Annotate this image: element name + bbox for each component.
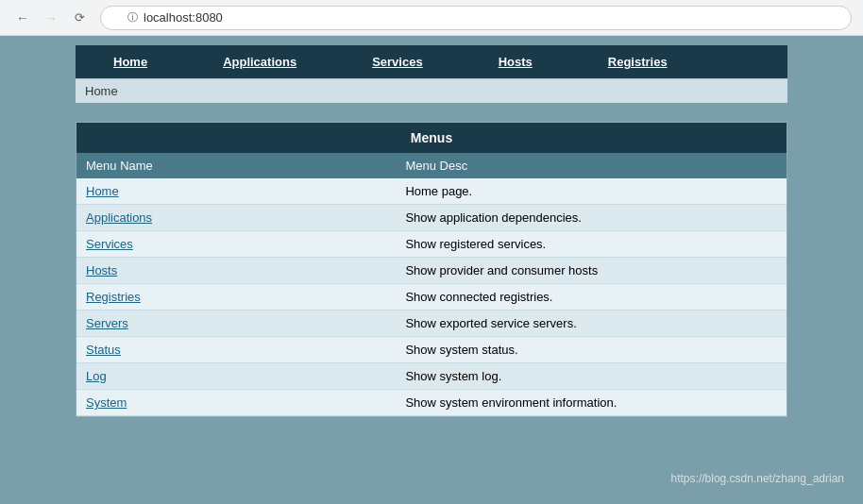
menu-link-registries[interactable]: Registries [86,290,141,304]
browser-chrome: ← → ⟳ ⓘ localhost:8080 [0,0,863,36]
menu-link-servers[interactable]: Servers [86,316,128,330]
menu-desc: Show connected registries. [396,284,787,311]
menu-link-status[interactable]: Status [86,343,121,357]
page-content: HomeApplicationsServicesHostsRegistries … [0,36,863,427]
table-row: ApplicationsShow application dependencie… [76,205,787,231]
back-button[interactable]: ← [11,7,34,29]
address-bar[interactable]: ⓘ localhost:8080 [100,6,852,30]
menu-desc: Show provider and consumer hosts [396,258,787,284]
info-icon: ⓘ [127,10,138,25]
table-row: HostsShow provider and consumer hosts [76,258,787,284]
menu-link-hosts[interactable]: Hosts [86,263,117,277]
forward-button[interactable]: → [40,7,62,29]
table-row: RegistriesShow connected registries. [76,284,787,311]
nav-item-registries[interactable]: Registries [570,45,705,78]
menu-desc: Show system status. [396,337,787,363]
table-row: ServersShow exported service servers. [76,311,787,337]
refresh-button[interactable]: ⟳ [68,7,91,29]
table-row: LogShow system log. [76,363,787,390]
menu-table-container: Menus Menu Name Menu Desc HomeHome page.… [76,122,787,417]
menu-desc: Show application dependencies. [396,205,787,231]
menu-desc: Home page. [396,178,787,205]
menu-link-system[interactable]: System [86,395,127,410]
col-header-name: Menu Name [76,153,396,178]
menu-link-applications[interactable]: Applications [86,210,152,225]
nav-item-services[interactable]: Services [334,45,461,78]
menu-table: Menu Name Menu Desc HomeHome page.Applic… [76,153,787,416]
menu-link-log[interactable]: Log [86,369,107,383]
table-row: ServicesShow registered services. [76,231,787,258]
table-row: SystemShow system environment informatio… [76,390,787,416]
top-nav: HomeApplicationsServicesHostsRegistries [76,45,787,78]
browser-nav: ← → ⟳ [11,7,91,29]
breadcrumb: Home [76,78,787,103]
nav-item-applications[interactable]: Applications [185,45,334,78]
nav-item-home[interactable]: Home [76,45,185,78]
menu-desc: Show system log. [396,363,787,390]
col-header-desc: Menu Desc [396,153,787,178]
menu-desc: Show system environment information. [396,390,787,416]
menu-link-home[interactable]: Home [86,184,119,198]
menu-desc: Show registered services. [396,231,787,258]
nav-item-hosts[interactable]: Hosts [461,45,570,78]
menu-link-services[interactable]: Services [86,237,133,251]
menu-desc: Show exported service servers. [396,311,787,337]
table-row: HomeHome page. [76,178,787,205]
table-row: StatusShow system status. [76,337,787,363]
url-text: localhost:8080 [144,10,223,25]
table-title: Menus [76,123,787,153]
